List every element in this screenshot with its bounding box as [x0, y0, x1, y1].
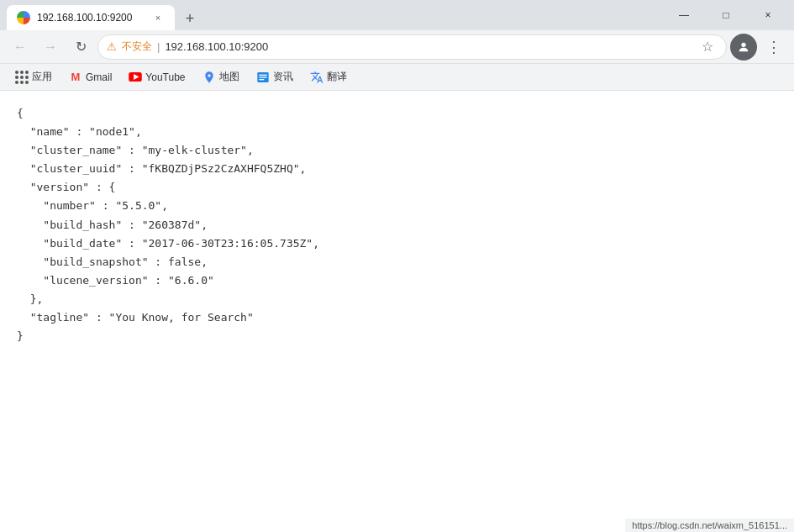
- gmail-label: Gmail: [86, 71, 112, 83]
- chrome-menu-button[interactable]: ⋮: [760, 34, 787, 61]
- bookmark-apps[interactable]: 应用: [8, 66, 59, 87]
- svg-rect-5: [259, 76, 266, 77]
- svg-rect-4: [259, 74, 266, 75]
- gmail-icon: M: [69, 71, 82, 84]
- close-button[interactable]: ×: [749, 2, 787, 29]
- active-tab[interactable]: 192.168.100.10:9200 ×: [7, 5, 175, 30]
- security-label: 不安全: [122, 40, 152, 54]
- tab-close-button[interactable]: ×: [151, 11, 165, 24]
- maps-label: 地图: [219, 70, 239, 84]
- address-separator: |: [157, 40, 160, 53]
- bookmark-translate[interactable]: 翻译: [303, 66, 354, 87]
- svg-point-0: [741, 42, 745, 46]
- maps-icon: [202, 71, 216, 84]
- tab-strip: 192.168.100.10:9200 × +: [7, 0, 658, 30]
- address-text: 192.168.100.10:9200: [165, 40, 692, 53]
- titlebar: 192.168.100.10:9200 × + — □ ×: [0, 0, 794, 30]
- news-label: 资讯: [273, 70, 293, 84]
- youtube-label: YouTube: [145, 71, 185, 83]
- profile-button[interactable]: [730, 34, 757, 61]
- tab-title: 192.168.100.10:9200: [37, 12, 145, 24]
- security-icon: ⚠: [107, 40, 117, 53]
- bookmark-maps[interactable]: 地图: [196, 66, 246, 87]
- maximize-button[interactable]: □: [707, 2, 745, 29]
- forward-button[interactable]: →: [37, 34, 64, 61]
- bookmark-youtube[interactable]: YouTube: [122, 67, 192, 87]
- window-controls: — □ ×: [665, 2, 787, 29]
- bookmark-star-button[interactable]: ☆: [697, 37, 718, 57]
- apps-label: 应用: [32, 70, 52, 84]
- apps-grid-icon: [15, 71, 29, 84]
- news-icon: [256, 71, 270, 84]
- translate-label: 翻译: [327, 70, 347, 84]
- address-bar[interactable]: ⚠ 不安全 | 192.168.100.10:9200 ☆: [97, 34, 727, 60]
- bookmark-gmail[interactable]: M Gmail: [62, 67, 118, 87]
- svg-rect-6: [259, 79, 264, 80]
- status-url: https://blog.csdn.net/waixm_516151...: [632, 520, 787, 530]
- bookmark-news[interactable]: 资讯: [250, 66, 300, 87]
- back-button[interactable]: ←: [7, 34, 34, 61]
- youtube-icon: [129, 71, 142, 84]
- new-tab-button[interactable]: +: [178, 7, 202, 30]
- reload-button[interactable]: ↻: [67, 34, 94, 61]
- translate-icon: [310, 71, 323, 84]
- json-response: { "name" : "node1", "cluster_name" : "my…: [17, 104, 777, 345]
- browser-toolbar: ← → ↻ ⚠ 不安全 | 192.168.100.10:9200 ☆ ⋮: [0, 30, 794, 64]
- status-bar: https://blog.csdn.net/waixm_516151...: [625, 519, 794, 532]
- minimize-button[interactable]: —: [665, 2, 703, 29]
- bookmarks-bar: 应用 M Gmail YouTube 地图 资讯 翻译: [0, 64, 794, 91]
- page-content: { "name" : "node1", "cluster_name" : "my…: [0, 91, 794, 532]
- tab-favicon: [17, 11, 30, 24]
